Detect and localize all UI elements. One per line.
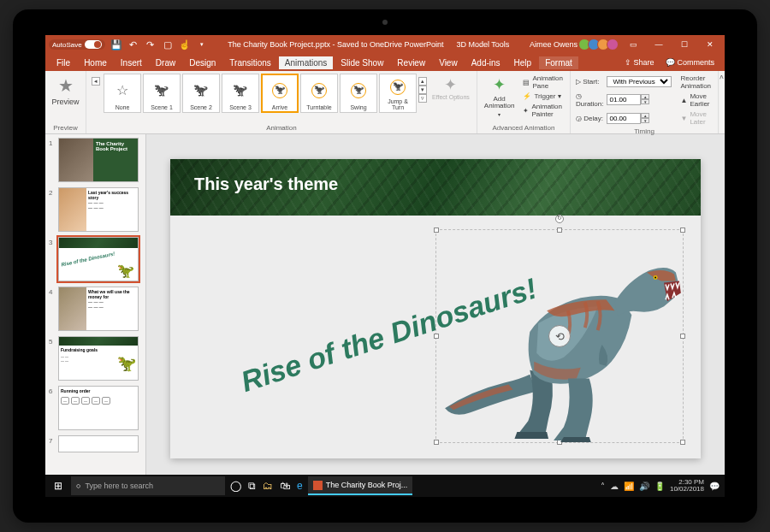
- volume-icon[interactable]: 🔊: [639, 482, 649, 491]
- rotate-handle[interactable]: [555, 215, 564, 223]
- preview-button[interactable]: ★ Preview: [50, 74, 80, 108]
- trigger-button[interactable]: ⚡Trigger ▾: [521, 92, 565, 101]
- store-icon[interactable]: 🛍: [280, 480, 290, 492]
- document-title: The Charity Book Project.pptx - Saved to…: [228, 40, 443, 49]
- tab-addins[interactable]: Add-ins: [465, 56, 506, 69]
- anim-jumpturn[interactable]: Jump & Turn: [379, 74, 417, 113]
- user-name[interactable]: Aimee Owens: [530, 40, 578, 49]
- maximize-button[interactable]: ☐: [673, 35, 696, 54]
- move-later-button[interactable]: ▼Move Later: [678, 109, 713, 127]
- anim-arrive[interactable]: Arrive: [261, 74, 299, 113]
- wifi-icon[interactable]: 📶: [624, 482, 634, 491]
- delay-input[interactable]: [607, 113, 641, 124]
- animation-painter-button[interactable]: ✦Animation Painter: [521, 102, 565, 119]
- gallery-more-button[interactable]: ▿: [418, 94, 427, 103]
- thumbnail-7[interactable]: [58, 435, 139, 452]
- search-placeholder: Type here to search: [85, 482, 153, 490]
- powerpoint-icon: [313, 481, 323, 490]
- tab-slideshow[interactable]: Slide Show: [335, 56, 389, 69]
- svg-point-1: [654, 277, 656, 279]
- add-animation-button[interactable]: ✦ Add Animation ▾: [483, 74, 517, 119]
- touch-icon[interactable]: ☝: [179, 38, 191, 50]
- title-bar: AutoSave 💾 ↶ ↷ ▢ ☝ ▾ The Charity Book Pr…: [45, 35, 725, 54]
- move-earlier-button[interactable]: ▲Move Earlier: [678, 92, 713, 109]
- slideshow-icon[interactable]: ▢: [162, 38, 174, 50]
- thumbnail-5[interactable]: Fundraising goals— —— —🦖: [58, 336, 139, 381]
- group-label-advanced: Advanced Animation: [483, 123, 565, 132]
- autosave-toggle[interactable]: AutoSave: [49, 39, 105, 50]
- taskbar-powerpoint[interactable]: The Charity Book Proj...: [308, 476, 413, 495]
- taskbar-search[interactable]: ○ Type here to search: [71, 476, 225, 495]
- ribbon-options-icon[interactable]: ▭: [622, 35, 644, 54]
- tab-review[interactable]: Review: [391, 56, 431, 69]
- qat-more-icon[interactable]: ▾: [196, 38, 208, 50]
- duration-input[interactable]: [607, 94, 641, 105]
- share-button[interactable]: ⇪Share: [619, 56, 659, 68]
- animation-pane-button[interactable]: ▤Animation Pane: [521, 74, 565, 91]
- 3d-orbit-control[interactable]: ⟲: [548, 325, 571, 347]
- spinner-down[interactable]: ▾: [641, 118, 649, 123]
- duration-label: Duration:: [576, 100, 603, 108]
- tab-design[interactable]: Design: [183, 56, 222, 69]
- gallery-prev-button[interactable]: ◂: [92, 77, 100, 86]
- slide-header-band: This year's theme: [170, 159, 701, 216]
- tab-format[interactable]: Format: [539, 56, 578, 69]
- tab-draw[interactable]: Draw: [150, 56, 181, 69]
- save-icon[interactable]: 💾: [110, 38, 122, 50]
- effect-options-button: ✦ Effect Options: [430, 74, 471, 102]
- contextual-tab-label: 3D Model Tools: [456, 40, 509, 49]
- edge-icon[interactable]: e: [297, 480, 303, 492]
- anim-swing[interactable]: Swing: [340, 74, 377, 113]
- anim-scene2[interactable]: Scene 2: [182, 74, 220, 113]
- star-plus-icon: ✦: [493, 75, 506, 94]
- thumbnail-6[interactable]: Running order—————: [58, 386, 139, 430]
- collaborator-avatars[interactable]: [581, 38, 619, 50]
- task-view-icon[interactable]: ⧉: [248, 480, 256, 492]
- anim-none[interactable]: ☆None: [104, 74, 141, 113]
- battery-icon[interactable]: 🔋: [654, 482, 665, 491]
- tab-home[interactable]: Home: [78, 56, 113, 69]
- tab-view[interactable]: View: [433, 56, 464, 69]
- cortana-icon[interactable]: ◯: [230, 480, 241, 492]
- tab-help[interactable]: Help: [508, 56, 538, 69]
- action-center-icon[interactable]: 💬: [709, 482, 720, 491]
- onedrive-icon[interactable]: ☁: [610, 482, 619, 491]
- group-label-preview: Preview: [50, 123, 80, 132]
- thumbnail-1[interactable]: The Charity Book Project: [58, 138, 139, 182]
- anim-scene1[interactable]: Scene 1: [143, 74, 181, 113]
- tab-insert[interactable]: Insert: [115, 56, 148, 69]
- undo-icon[interactable]: ↶: [127, 38, 139, 50]
- thumbnail-2[interactable]: Last year's success story— — —— — —: [58, 187, 139, 232]
- minimize-button[interactable]: —: [648, 35, 670, 54]
- redo-icon[interactable]: ↷: [145, 38, 157, 50]
- slide-canvas-area[interactable]: This year's theme Rise of the Dinosaurs!: [146, 134, 725, 483]
- 3d-model-selection[interactable]: ⟲: [435, 229, 684, 443]
- spinner-down[interactable]: ▾: [641, 99, 649, 104]
- anim-scene3[interactable]: Scene 3: [222, 74, 259, 113]
- collapse-ribbon-button[interactable]: ʌ: [719, 71, 725, 133]
- arrive-icon: [272, 83, 287, 98]
- star-icon: ★: [58, 75, 74, 96]
- search-icon: ○: [76, 482, 80, 490]
- explorer-icon[interactable]: 🗂: [263, 480, 273, 492]
- thumbnail-3[interactable]: Rise of the Dinosaurs!🦖: [58, 237, 139, 281]
- close-button[interactable]: ✕: [699, 35, 721, 54]
- thumbnail-4[interactable]: What we will use the money for— — —— — —: [58, 287, 139, 331]
- slide: This year's theme Rise of the Dinosaurs!: [170, 159, 701, 458]
- tab-file[interactable]: File: [50, 56, 76, 69]
- gallery-down-button[interactable]: ▾: [418, 86, 427, 94]
- tray-up-icon[interactable]: ˄: [601, 482, 605, 491]
- gallery-up-button[interactable]: ▴: [418, 77, 427, 86]
- taskbar-clock[interactable]: 2:30 PM 10/02/2018: [670, 479, 704, 493]
- start-button[interactable]: ⊞: [45, 480, 71, 492]
- start-select[interactable]: With Previous: [607, 76, 672, 87]
- dinosaur-icon: [231, 85, 250, 97]
- up-arrow-icon: ▲: [680, 97, 687, 104]
- tab-transitions[interactable]: Transitions: [223, 56, 277, 69]
- slide-title[interactable]: This year's theme: [194, 174, 338, 194]
- dinosaur-icon: [192, 85, 210, 97]
- slide-thumbnail-panel: 1The Charity Book Project 2Last year's s…: [45, 134, 146, 483]
- anim-turntable[interactable]: Turntable: [300, 74, 338, 113]
- comments-button[interactable]: 💬Comments: [660, 56, 720, 68]
- tab-animations[interactable]: Animations: [279, 56, 333, 69]
